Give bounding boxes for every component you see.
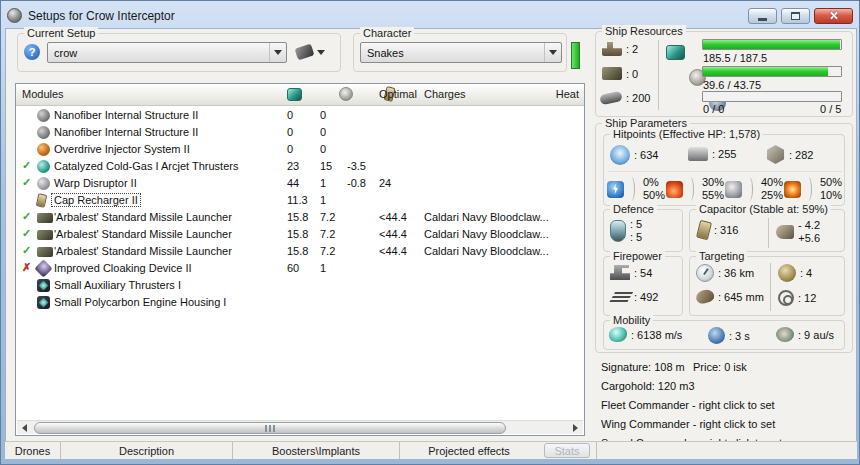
module-type-icon (37, 143, 50, 156)
divider (768, 218, 769, 248)
ship-resources-label: Ship Resources (602, 25, 686, 37)
module-row[interactable]: 'Arbalest' Standard Missile Launcher 15.… (16, 209, 584, 226)
mobility-group: Mobility : 6138 m/s : 3 s : 9 au/s (603, 320, 845, 350)
setup-combobox[interactable]: crow (47, 42, 287, 63)
module-row[interactable]: Nanofiber Internal Structure II 0 0 (16, 124, 584, 141)
module-row[interactable]: Small Auxiliary Thrusters I (16, 277, 584, 294)
thermal-resist: 30% 55% (666, 176, 724, 202)
stats-button[interactable]: Stats (544, 443, 590, 458)
module-row[interactable]: Warp Disruptor II 44 1 -0.8 24 (16, 175, 584, 192)
module-row[interactable]: Nanofiber Internal Structure II 0 0 (16, 107, 584, 124)
modules-column-header[interactable]: Modules (22, 88, 64, 100)
speed-icon (609, 327, 627, 342)
signature-radius-icon (695, 288, 716, 305)
module-row[interactable]: Cap Recharger II 11.3 1 (16, 192, 584, 209)
ship-info-block: Signature: 108 m Price: 0 isk Cargohold:… (601, 358, 853, 453)
minimize-button[interactable] (748, 8, 777, 24)
dps: : 492 (612, 291, 658, 303)
cpu-column-icon[interactable] (287, 88, 302, 101)
powergrid-column-icon[interactable] (339, 87, 353, 101)
modules-table-header[interactable]: Modules Optimal Charges Heat (16, 84, 584, 106)
window-title: Setups for Crow Interceptor (28, 9, 175, 23)
targeting-range: : 36 km (696, 264, 754, 282)
module-cpu: 23 (287, 160, 299, 172)
tab-projected-effects[interactable]: Projected effects (400, 442, 538, 459)
divider (748, 177, 753, 201)
module-row[interactable]: Small Polycarbon Engine Housing I (16, 294, 584, 311)
close-button[interactable] (814, 8, 853, 24)
tab-boosters-implants[interactable]: Boosters\Implants (233, 442, 400, 459)
volley-value: : 54 (634, 267, 652, 279)
horizontal-scrollbar[interactable] (17, 420, 583, 434)
module-cpu: 44 (287, 177, 299, 189)
turret-hardpoints: : 2 (602, 42, 638, 56)
heat-column-header[interactable]: Heat (556, 88, 579, 100)
align-time-icon (708, 327, 725, 344)
module-name: 'Arbalest' Standard Missile Launcher (54, 211, 232, 223)
setup-combobox-arrow[interactable] (269, 43, 286, 62)
charges-column-header[interactable]: Charges (424, 88, 466, 100)
maximize-button[interactable] (781, 8, 810, 24)
optimal-column-header[interactable]: Optimal (379, 88, 417, 100)
stats-button-label: Stats (554, 445, 579, 457)
module-charges: Caldari Navy Bloodclaw... (424, 228, 579, 240)
scrollbar-thumb[interactable] (34, 422, 506, 434)
module-name: Nanofiber Internal Structure II (54, 109, 198, 121)
eft-window: Setups for Crow Interceptor Current Setu… (0, 0, 860, 465)
capacitor-delta: - 4.2 +5.6 (776, 219, 820, 245)
character-combobox-arrow[interactable] (544, 43, 561, 62)
armor-icon (688, 147, 708, 161)
defence-value-1: : 5 (630, 218, 642, 231)
module-row[interactable]: Catalyzed Cold-Gas I Arcjet Thrusters 23… (16, 158, 584, 175)
fleet-commander-text[interactable]: Fleet Commander - right click to set (601, 396, 853, 415)
hull-hp-value: : 282 (789, 149, 813, 161)
module-status-icon (20, 261, 33, 274)
module-pg: 7.2 (320, 245, 335, 257)
maximize-icon (791, 12, 800, 20)
module-name: Small Auxiliary Thrusters I (54, 279, 181, 291)
defence-value-2: : 5 (630, 231, 642, 244)
current-setup-label: Current Setup (24, 27, 98, 39)
chevron-down-icon (549, 50, 557, 55)
powergrid-bar (702, 66, 842, 77)
divider (596, 442, 597, 459)
chevron-down-icon (317, 50, 325, 55)
wing-commander-text[interactable]: Wing Commander - right click to set (601, 415, 853, 434)
module-name: Nanofiber Internal Structure II (54, 126, 198, 138)
arrow-right-icon (573, 424, 578, 432)
turret-hardpoints-value: : 2 (626, 43, 638, 55)
module-cpu: 0 (287, 143, 293, 155)
divider (807, 177, 812, 201)
em-resist: 0% 50% (607, 176, 665, 202)
volley: : 54 (610, 265, 652, 280)
scroll-right-button[interactable] (568, 422, 583, 434)
tab-drones[interactable]: Drones (5, 442, 61, 459)
module-type-icon (37, 296, 50, 309)
setup-actions-button[interactable] (296, 46, 325, 58)
titlebar[interactable]: Setups for Crow Interceptor (7, 5, 853, 26)
firepower-label: Firepower (610, 250, 665, 262)
tab-description-label: Description (119, 445, 174, 457)
module-row[interactable]: Improved Cloaking Device II 60 1 (16, 260, 584, 277)
module-row[interactable]: 'Arbalest' Standard Missile Launcher 15.… (16, 226, 584, 243)
hitpoints-group: Hitpoints (Effective HP: 1,578) : 634 : … (603, 134, 845, 206)
scroll-left-button[interactable] (17, 422, 32, 434)
capacitor-group: Capacitor (Stable at: 59%) : 316 - 4.2 +… (689, 209, 845, 252)
divider (608, 171, 842, 172)
divider (630, 177, 635, 201)
module-type-icon (37, 109, 50, 122)
module-cpu: 0 (287, 109, 293, 121)
module-charges: Caldari Navy Bloodclaw... (424, 245, 579, 257)
character-combobox[interactable]: Snakes (360, 42, 562, 63)
tab-description[interactable]: Description (61, 442, 233, 459)
scan-resolution-icon (778, 290, 794, 306)
module-pg: 15 (320, 160, 332, 172)
module-cpu: 15.8 (287, 211, 308, 223)
divider (689, 177, 694, 201)
help-icon[interactable]: ? (24, 44, 40, 60)
module-cap: -3.5 (347, 160, 366, 172)
defence-group: Defence : 5 : 5 (603, 209, 683, 252)
module-row[interactable]: Overdrive Injector System II 0 0 (16, 141, 584, 158)
module-row[interactable]: 'Arbalest' Standard Missile Launcher 15.… (16, 243, 584, 260)
drones-usage-text: 0 / 0 (703, 103, 724, 115)
